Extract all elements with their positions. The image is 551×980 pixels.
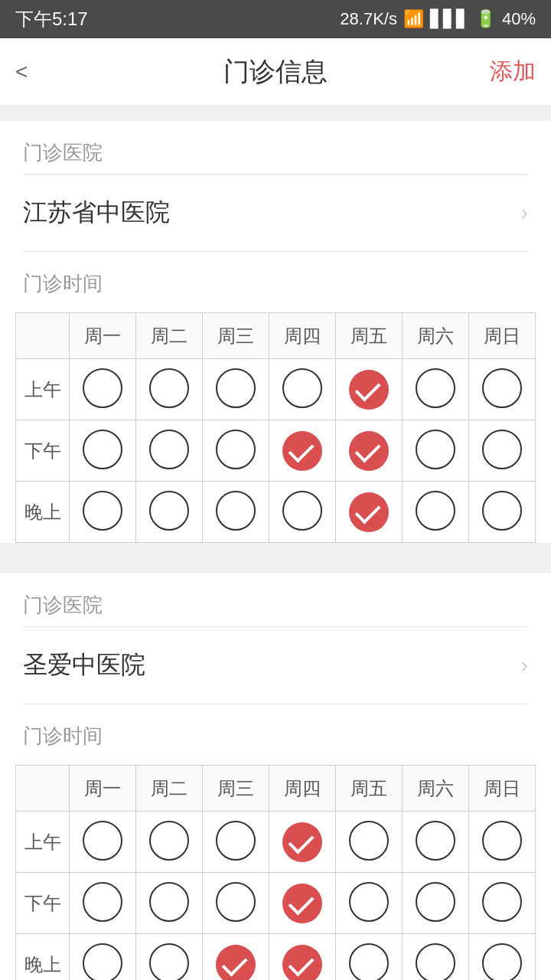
header-sun-2: 周日 (469, 766, 536, 812)
cell-afternoon-sun-1[interactable] (469, 420, 536, 482)
cell-morning-wed-2[interactable] (203, 812, 269, 873)
cell-evening-sat-1[interactable] (403, 482, 469, 543)
table-header-row-1: 周一 周二 周三 周四 周五 周六 周日 (16, 313, 536, 359)
table-row-evening-1: 晚上 (16, 482, 536, 543)
hospital-name-1: 江苏省中医院 (23, 196, 170, 230)
main-content: 门诊医院 江苏省中医院 › 门诊时间 周一 周二 周三 周四 周五 周六 周 (0, 106, 551, 980)
table-row-evening-2: 晚上 (16, 934, 536, 981)
table-row-morning-1: 上午 (16, 359, 536, 420)
row-label-evening-2: 晚上 (16, 934, 70, 981)
cell-evening-wed-1[interactable] (203, 482, 269, 543)
header-sat-2: 周六 (403, 766, 469, 812)
cell-afternoon-fri-2[interactable] (336, 873, 403, 934)
cell-morning-tue-1[interactable] (136, 359, 203, 420)
cell-evening-tue-2[interactable] (136, 934, 203, 981)
table-row-afternoon-1: 下午 (16, 420, 536, 482)
cell-morning-tue-2[interactable] (136, 812, 203, 873)
cell-evening-tue-1[interactable] (136, 482, 203, 543)
cell-morning-thu-1[interactable] (269, 359, 336, 420)
cell-evening-sun-2[interactable] (469, 934, 536, 981)
header-fri-2: 周五 (336, 766, 403, 812)
header-mon-2: 周一 (70, 766, 136, 812)
header-tue-2: 周二 (136, 766, 203, 812)
row-label-afternoon-1: 下午 (16, 420, 70, 482)
header-fri-1: 周五 (336, 313, 403, 359)
cell-evening-thu-1[interactable] (269, 482, 336, 543)
cell-morning-sun-1[interactable] (469, 359, 536, 420)
status-time: 下午5:17 (15, 7, 88, 31)
cell-evening-fri-2[interactable] (336, 934, 403, 981)
cell-evening-mon-2[interactable] (70, 934, 136, 981)
hospital-row-2[interactable]: 圣爱中医院 › (0, 627, 551, 704)
row-label-afternoon-2: 下午 (16, 873, 70, 934)
cell-morning-sat-1[interactable] (403, 359, 469, 420)
cell-evening-thu-2[interactable] (269, 934, 336, 981)
schedule-table-2: 周一 周二 周三 周四 周五 周六 周日 上午 (15, 765, 536, 980)
header-empty-1 (16, 313, 70, 359)
cell-evening-wed-2[interactable] (203, 934, 269, 981)
network-speed: 28.7K/s (340, 9, 397, 29)
schedule-label-1: 门诊时间 (0, 252, 551, 305)
cell-afternoon-tue-1[interactable] (136, 420, 203, 482)
schedule-table-1: 周一 周二 周三 周四 周五 周六 周日 上午 (15, 312, 536, 543)
gap-top-1 (0, 106, 551, 121)
cell-evening-sat-2[interactable] (403, 934, 469, 981)
cell-afternoon-sun-2[interactable] (469, 873, 536, 934)
page-title: 门诊信息 (223, 54, 328, 90)
hospital-row-1[interactable]: 江苏省中医院 › (0, 175, 551, 251)
nav-bar: < 门诊信息 添加 (0, 38, 551, 106)
section-2-hospital-block: 门诊医院 圣爱中医院 › (0, 573, 551, 704)
cell-afternoon-wed-1[interactable] (203, 420, 269, 482)
cell-morning-wed-1[interactable] (203, 359, 269, 420)
cell-afternoon-mon-1[interactable] (70, 420, 136, 482)
cell-afternoon-tue-2[interactable] (136, 873, 203, 934)
table-row-morning-2: 上午 (16, 812, 536, 873)
cell-afternoon-thu-2[interactable] (269, 873, 336, 934)
header-tue-1: 周二 (136, 313, 203, 359)
hospital-arrow-2: › (521, 653, 528, 678)
signal-icon: ▋▋▋ (430, 9, 469, 29)
table-header-row-2: 周一 周二 周三 周四 周五 周六 周日 (16, 766, 536, 812)
section-2-schedule-block: 门诊时间 周一 周二 周三 周四 周五 周六 周日 上午 (0, 704, 551, 980)
cell-afternoon-fri-1[interactable] (336, 420, 403, 482)
cell-morning-thu-2[interactable] (269, 812, 336, 873)
cell-morning-fri-2[interactable] (336, 812, 403, 873)
cell-evening-mon-1[interactable] (70, 482, 136, 543)
header-sun-1: 周日 (469, 313, 536, 359)
header-thu-1: 周四 (269, 313, 336, 359)
row-label-morning-2: 上午 (16, 812, 70, 873)
add-button[interactable]: 添加 (490, 56, 536, 87)
cell-afternoon-wed-2[interactable] (203, 873, 269, 934)
cell-morning-mon-2[interactable] (70, 812, 136, 873)
wifi-icon: 📶 (403, 9, 424, 29)
cell-morning-fri-1[interactable] (336, 359, 403, 420)
section-1-hospital-block: 门诊医院 江苏省中医院 › (0, 121, 551, 252)
cell-morning-mon-1[interactable] (70, 359, 136, 420)
table-row-afternoon-2: 下午 (16, 873, 536, 934)
back-button[interactable]: < (15, 60, 61, 84)
status-right: 28.7K/s 📶 ▋▋▋ 🔋 40% (340, 9, 536, 29)
battery-icon: 🔋 (475, 9, 496, 29)
cell-morning-sat-2[interactable] (403, 812, 469, 873)
cell-afternoon-mon-2[interactable] (70, 873, 136, 934)
cell-afternoon-sat-1[interactable] (403, 420, 469, 482)
hospital-label-2: 门诊医院 (0, 573, 551, 626)
header-mon-1: 周一 (70, 313, 136, 359)
header-wed-2: 周三 (203, 766, 269, 812)
section-1-schedule-block: 门诊时间 周一 周二 周三 周四 周五 周六 周日 上午 (0, 252, 551, 543)
row-label-morning-1: 上午 (16, 359, 70, 420)
header-sat-1: 周六 (403, 313, 469, 359)
hospital-label-1: 门诊医院 (0, 121, 551, 174)
cell-morning-sun-2[interactable] (469, 812, 536, 873)
status-bar: 下午5:17 28.7K/s 📶 ▋▋▋ 🔋 40% (0, 0, 551, 38)
cell-afternoon-thu-1[interactable] (269, 420, 336, 482)
hospital-arrow-1: › (521, 201, 528, 225)
cell-evening-fri-1[interactable] (336, 482, 403, 543)
gap-top-2 (0, 558, 551, 573)
cell-evening-sun-1[interactable] (469, 482, 536, 543)
hospital-name-2: 圣爱中医院 (23, 648, 145, 682)
battery-percent: 40% (502, 9, 536, 29)
row-label-evening-1: 晚上 (16, 482, 70, 543)
header-wed-1: 周三 (203, 313, 269, 359)
cell-afternoon-sat-2[interactable] (403, 873, 469, 934)
